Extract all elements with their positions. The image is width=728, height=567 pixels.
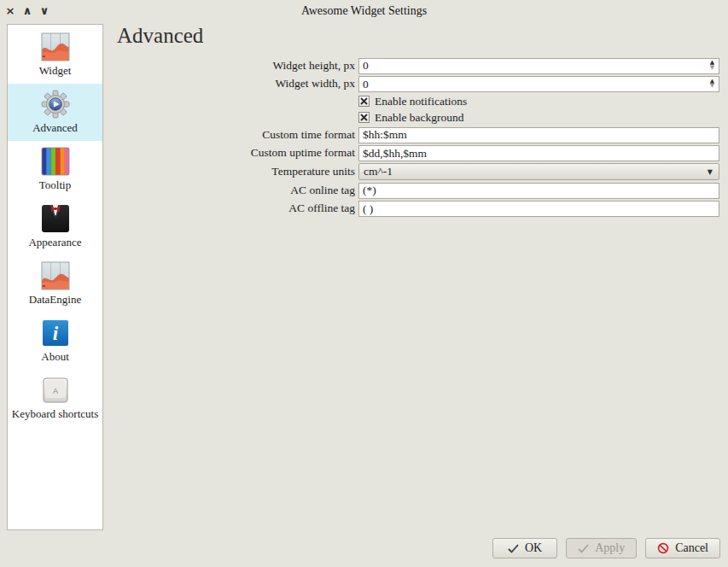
widget-width-spinbox[interactable] xyxy=(358,76,719,92)
temperature-units-row: Temperature units cm^-1 ▼ xyxy=(117,163,719,180)
chevron-down-icon: ▼ xyxy=(708,168,713,176)
enable-background-row: Enable background xyxy=(117,110,719,125)
enable-background-checkbox[interactable] xyxy=(358,112,370,123)
sidebar-item-appearance[interactable]: Appearance xyxy=(8,198,102,255)
sidebar-item-label: Keyboard shortcuts xyxy=(12,407,98,421)
color-bars-icon xyxy=(41,147,70,176)
sidebar-item-label: Widget xyxy=(39,64,72,78)
sidebar-item-tooltip[interactable]: Tooltip xyxy=(8,141,102,198)
widget-width-row: Widget width, px ▲ ▼ xyxy=(117,76,719,93)
ok-button[interactable]: OK xyxy=(492,538,557,558)
custom-time-format-input[interactable] xyxy=(358,127,719,143)
spin-down-icon[interactable]: ▼ xyxy=(710,84,714,89)
sidebar-item-label: Tooltip xyxy=(39,178,71,192)
svg-text:i: i xyxy=(52,323,58,344)
info-icon: i xyxy=(41,319,70,348)
ac-offline-tag-row: AC offline tag xyxy=(117,201,719,218)
tuxedo-icon xyxy=(41,204,70,233)
sidebar-item-keyboard-shortcuts[interactable]: A Keyboard shortcuts xyxy=(8,370,102,427)
spin-buttons[interactable]: ▲ ▼ xyxy=(707,58,718,73)
temperature-units-label: Temperature units xyxy=(117,165,358,178)
cancel-button-label: Cancel xyxy=(675,541,708,555)
custom-uptime-format-label: Custom uptime format xyxy=(117,146,358,160)
sidebar-item-label: Appearance xyxy=(28,236,81,249)
page-title: Advanced xyxy=(117,24,203,48)
area-chart-icon xyxy=(41,32,70,61)
cancel-icon xyxy=(657,542,669,554)
enable-notifications-row: Enable notifications xyxy=(117,94,719,108)
custom-time-format-label: Custom time format xyxy=(117,128,358,142)
ok-button-label: OK xyxy=(525,541,542,555)
sidebar-item-label: About xyxy=(41,350,69,364)
checkmark-icon xyxy=(508,544,519,553)
spin-buttons[interactable]: ▲ ▼ xyxy=(707,77,718,92)
enable-background-label[interactable]: Enable background xyxy=(375,111,464,125)
spin-down-icon[interactable]: ▼ xyxy=(710,66,714,71)
sidebar-item-about[interactable]: i About xyxy=(8,313,102,370)
dialog-button-box: OK Apply Cancel xyxy=(492,538,720,558)
titlebar: × ∧ ∨ Awesome Widget Settings xyxy=(0,0,728,22)
cancel-button[interactable]: Cancel xyxy=(645,538,720,558)
gear-icon xyxy=(41,90,70,119)
apply-button-label: Apply xyxy=(595,541,625,555)
settings-sidebar: Widget Advanced xyxy=(7,24,103,530)
custom-uptime-format-row: Custom uptime format xyxy=(117,145,719,162)
widget-height-row: Widget height, px ▲ ▼ xyxy=(117,57,719,74)
sidebar-item-advanced[interactable]: Advanced xyxy=(8,84,102,141)
widget-height-spinbox[interactable] xyxy=(358,58,719,74)
ac-offline-tag-input[interactable] xyxy=(358,201,719,217)
custom-time-format-row: Custom time format xyxy=(117,126,719,143)
apply-button[interactable]: Apply xyxy=(566,538,637,558)
window-title: Awesome Widget Settings xyxy=(0,0,728,18)
temperature-units-dropdown[interactable]: cm^-1 ▼ xyxy=(358,163,719,180)
shade-icon[interactable]: ∧ xyxy=(21,3,33,17)
svg-text:A: A xyxy=(52,387,57,395)
close-icon[interactable]: × xyxy=(4,3,16,17)
custom-uptime-format-input[interactable] xyxy=(358,145,719,161)
ac-online-tag-row: AC online tag xyxy=(117,182,719,199)
area-chart-icon xyxy=(41,261,70,290)
sidebar-item-dataengine[interactable]: DataEngine xyxy=(8,255,102,313)
widget-width-label: Widget width, px xyxy=(117,77,358,91)
ac-offline-tag-label: AC offline tag xyxy=(117,202,358,215)
sidebar-item-label: Advanced xyxy=(32,121,78,135)
window-controls: × ∧ ∨ xyxy=(4,3,50,17)
unshade-icon[interactable]: ∨ xyxy=(38,3,50,17)
enable-notifications-label[interactable]: Enable notifications xyxy=(375,95,467,108)
check-x-icon xyxy=(360,97,368,105)
sidebar-item-label: DataEngine xyxy=(29,293,81,307)
temperature-units-value: cm^-1 xyxy=(364,165,393,178)
checkmark-icon xyxy=(578,544,589,553)
enable-notifications-checkbox[interactable] xyxy=(358,96,370,107)
ac-online-tag-label: AC online tag xyxy=(117,184,358,197)
awesome-widget-settings-window: { "window": { "title": "Awesome Widget S… xyxy=(0,0,728,567)
advanced-settings-form: Widget height, px ▲ ▼ Widget width, px ▲… xyxy=(117,57,719,219)
sidebar-item-widget[interactable]: Widget xyxy=(8,26,102,84)
keycap-icon: A xyxy=(41,376,70,405)
ac-online-tag-input[interactable] xyxy=(358,183,719,199)
check-x-icon xyxy=(360,114,368,121)
widget-height-label: Widget height, px xyxy=(117,59,358,73)
